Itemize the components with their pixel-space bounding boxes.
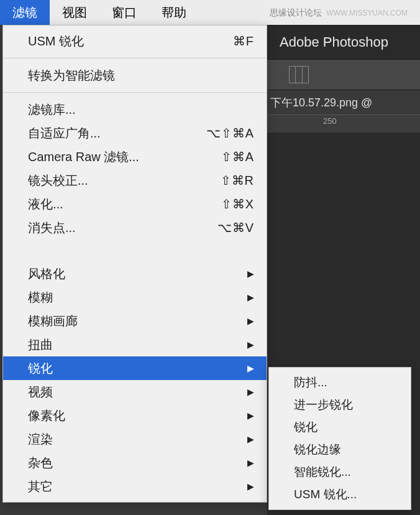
menu-camera-raw-filter[interactable]: Camera Raw 滤镜... ⇧⌘A	[3, 145, 267, 169]
menu-separator	[3, 92, 267, 93]
menu-separator	[3, 58, 267, 58]
submenu-sharpen[interactable]: 锐化	[269, 416, 411, 438]
menu-liquify[interactable]: 液化... ⇧⌘X	[3, 192, 267, 216]
chevron-right-icon: ▶	[247, 292, 254, 302]
menu-vanishing-point[interactable]: 消失点... ⌥⌘V	[3, 216, 267, 239]
menu-render[interactable]: 渲染 ▶	[3, 427, 267, 451]
menubar-view[interactable]: 视图	[50, 0, 99, 25]
photoshop-toolbar	[267, 59, 420, 90]
menu-adaptive-wide-angle[interactable]: 自适应广角... ⌥⇧⌘A	[3, 121, 267, 145]
submenu-sharpen-edges[interactable]: 锐化边缘	[269, 438, 411, 461]
menu-video[interactable]: 视频 ▶	[3, 380, 267, 404]
menubar-filter[interactable]: 滤镜	[0, 0, 50, 25]
ruler: 250	[267, 115, 420, 132]
document-tab[interactable]: 下午10.57.29.png @	[267, 90, 420, 115]
chevron-right-icon: ▶	[247, 340, 254, 350]
menu-blur-gallery[interactable]: 模糊画廊 ▶	[3, 309, 267, 333]
photoshop-title-bar: Adobe Photoshop	[267, 25, 420, 59]
menu-usm-sharpen[interactable]: USM 锐化 ⌘F	[3, 29, 267, 53]
chevron-right-icon: ▶	[247, 387, 254, 397]
submenu-smart-sharpen[interactable]: 智能锐化...	[269, 461, 411, 483]
arrange-icon[interactable]	[289, 66, 309, 83]
menu-other[interactable]: 其它 ▶	[3, 475, 267, 498]
chevron-right-icon: ▶	[247, 481, 254, 491]
watermark: 思缘设计论坛 WWW.MISSYUAN.COM	[270, 7, 408, 19]
submenu-shake-reduction[interactable]: 防抖...	[269, 371, 411, 394]
sharpen-submenu: 防抖... 进一步锐化 锐化 锐化边缘 智能锐化... USM 锐化...	[268, 367, 411, 510]
menu-blur[interactable]: 模糊 ▶	[3, 285, 267, 309]
filter-dropdown-menu: USM 锐化 ⌘F 转换为智能滤镜 滤镜库... 自适应广角... ⌥⇧⌘A C…	[2, 25, 267, 503]
app-name: Adobe Photoshop	[280, 34, 388, 50]
menubar-window[interactable]: 窗口	[99, 0, 149, 25]
menu-filter-gallery[interactable]: 滤镜库...	[3, 98, 267, 121]
menu-distort[interactable]: 扭曲 ▶	[3, 333, 267, 356]
menubar-help[interactable]: 帮助	[149, 0, 199, 25]
menu-sharpen[interactable]: 锐化 ▶	[3, 356, 267, 380]
chevron-right-icon: ▶	[247, 434, 254, 444]
submenu-sharpen-more[interactable]: 进一步锐化	[269, 394, 411, 416]
menu-stylize[interactable]: 风格化 ▶	[3, 262, 267, 285]
menu-pixelate[interactable]: 像素化 ▶	[3, 404, 267, 427]
chevron-right-icon: ▶	[247, 411, 254, 420]
menu-noise[interactable]: 杂色 ▶	[3, 451, 267, 475]
chevron-right-icon: ▶	[247, 316, 254, 326]
chevron-right-icon: ▶	[247, 269, 254, 279]
menu-convert-smart-filter[interactable]: 转换为智能滤镜	[3, 63, 267, 87]
menu-lens-correction[interactable]: 镜头校正... ⇧⌘R	[3, 169, 267, 192]
chevron-right-icon: ▶	[247, 363, 254, 373]
submenu-usm-sharpen[interactable]: USM 锐化...	[269, 483, 411, 506]
chevron-right-icon: ▶	[247, 458, 254, 468]
